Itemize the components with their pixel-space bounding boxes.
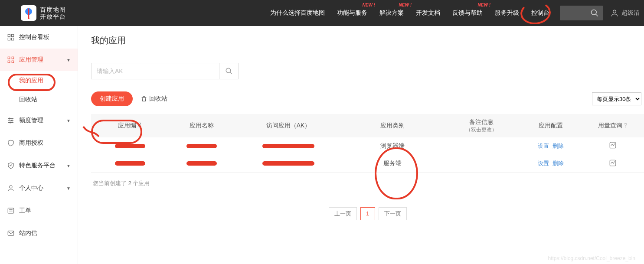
pager-next[interactable]: 下一页 [379, 207, 407, 220]
apps-icon [7, 56, 15, 64]
svg-point-1 [28, 18, 29, 20]
table-row: 服务端设置 删除 [91, 155, 644, 172]
sidebar-item-sliders[interactable]: 额度管理▼ [0, 109, 78, 132]
mail-icon [7, 229, 15, 237]
col-id: 应用编号 [91, 114, 169, 137]
col-ak: 访问应用（AK） [234, 114, 343, 137]
svg-rect-6 [12, 34, 14, 36]
svg-rect-8 [12, 38, 14, 40]
svg-rect-23 [8, 231, 14, 236]
main-content: 我的应用 创建应用 回收站 每页显示30条 应用编号 应用名称 访问 [78, 26, 644, 264]
ak-search-input[interactable] [92, 68, 219, 75]
config-del-link[interactable]: 删除 [552, 160, 564, 166]
svg-rect-7 [8, 38, 10, 40]
sliders-icon [7, 117, 15, 124]
ticket-icon [7, 207, 15, 215]
shield-icon [7, 139, 15, 147]
sidebar-item-badge[interactable]: 特色服务平台▼ [0, 154, 78, 177]
sidebar-item-dashboard[interactable]: 控制台看板 [0, 26, 78, 49]
sidebar: 控制台看板应用管理▼我的应用回收站额度管理▼商用授权特色服务平台▼个人中心▼工单… [0, 26, 78, 264]
sidebar-item-user[interactable]: 个人中心▼ [0, 177, 78, 199]
sidebar-item-ticket[interactable]: 工单 [0, 199, 78, 222]
col-config: 应用配置 [520, 114, 581, 137]
svg-rect-12 [12, 61, 14, 63]
recycle-link[interactable]: 回收站 [141, 95, 167, 103]
nav-item-6[interactable]: 控制台 [525, 0, 556, 26]
page-title: 我的应用 [91, 35, 644, 46]
col-remark: 备注信息 （双击更改） [442, 114, 520, 137]
sidebar-item-label: 站内信 [19, 229, 37, 237]
nav-item-1[interactable]: 功能与服务NEW ! [331, 0, 373, 26]
sidebar-item-label: 额度管理 [19, 117, 43, 124]
chevron-down-icon: ▼ [66, 118, 71, 123]
user-menu[interactable]: 超级沼 [608, 9, 644, 17]
sidebar-item-apps[interactable]: 应用管理▼ [0, 49, 78, 71]
svg-rect-9 [8, 57, 10, 59]
svg-point-19 [10, 186, 12, 188]
ak-search-button[interactable] [219, 63, 238, 79]
svg-rect-10 [12, 57, 14, 59]
dashboard-icon [7, 33, 15, 41]
sidebar-item-label: 控制台看板 [19, 33, 49, 41]
page-size-select[interactable]: 每页显示30条 [592, 92, 641, 105]
top-nav: 为什么选择百度地图功能与服务NEW !解决方案NEW !开发文档反馈与帮助NEW… [264, 0, 556, 26]
top-header: 百度地图 开放平台 为什么选择百度地图功能与服务NEW !解决方案NEW !开发… [0, 0, 644, 26]
summary-text: 您当前创建了 2 个应用 [91, 179, 644, 187]
trash-icon [141, 95, 147, 102]
pagination: 上一页 1 下一页 [91, 207, 644, 220]
sidebar-sub-item[interactable]: 我的应用 [0, 71, 78, 90]
sidebar-sub-item[interactable]: 回收站 [0, 90, 78, 109]
sidebar-item-label: 特色服务平台 [19, 162, 56, 169]
nav-item-2[interactable]: 解决方案NEW ! [373, 0, 410, 26]
user-label: 超级沼 [621, 9, 640, 17]
sidebar-item-label: 商用授权 [19, 139, 43, 147]
nav-item-4[interactable]: 反馈与帮助NEW ! [446, 0, 489, 26]
app-table: 应用编号 应用名称 访问应用（AK） 应用类别 备注信息 （双击更改） 应用配置… [91, 114, 644, 173]
svg-point-2 [592, 10, 597, 15]
ak-search [91, 63, 239, 79]
chevron-down-icon: ▼ [66, 186, 71, 191]
usage-query-icon[interactable] [581, 137, 644, 155]
chevron-down-icon: ▼ [66, 163, 71, 168]
user-icon [610, 9, 619, 17]
svg-rect-20 [8, 208, 14, 213]
config-del-link[interactable]: 删除 [552, 143, 564, 149]
watermark: https://blog.csdn.net/Cool_breeze_bin [548, 255, 635, 261]
nav-item-3[interactable]: 开发文档 [410, 0, 446, 26]
brand-logo[interactable]: 百度地图 开放平台 [21, 5, 66, 21]
brand-text: 百度地图 开放平台 [40, 6, 66, 20]
col-type: 应用类别 [343, 114, 442, 137]
badge-icon [7, 162, 15, 169]
sidebar-item-shield[interactable]: 商用授权 [0, 132, 78, 154]
svg-rect-5 [8, 34, 10, 36]
svg-point-24 [226, 68, 231, 73]
svg-point-4 [613, 10, 616, 13]
pager-prev[interactable]: 上一页 [329, 207, 357, 220]
table-body: 浏览器端设置 删除服务端设置 删除 [91, 137, 644, 172]
nav-item-5[interactable]: 服务升级 [489, 0, 525, 26]
create-app-button[interactable]: 创建应用 [91, 91, 133, 106]
logo-icon [21, 5, 36, 21]
user-icon [7, 184, 15, 192]
cell-type: 浏览器端 [343, 137, 442, 155]
toolbar: 创建应用 回收站 每页显示30条 [91, 91, 644, 106]
table-row: 浏览器端设置 删除 [91, 137, 644, 155]
cell-type: 服务端 [343, 155, 442, 172]
svg-line-3 [596, 14, 598, 16]
svg-rect-11 [8, 61, 10, 63]
col-usage: 用量查询 ? [581, 114, 644, 137]
config-set-link[interactable]: 设置 [538, 160, 549, 166]
usage-query-icon[interactable] [581, 155, 644, 172]
header-search[interactable] [560, 6, 603, 20]
pager-current[interactable]: 1 [360, 207, 375, 220]
sidebar-item-label: 个人中心 [19, 184, 43, 192]
nav-item-0[interactable]: 为什么选择百度地图 [264, 0, 331, 26]
table-header: 应用编号 应用名称 访问应用（AK） 应用类别 备注信息 （双击更改） 应用配置… [91, 114, 644, 137]
config-set-link[interactable]: 设置 [538, 143, 549, 149]
sidebar-item-label: 应用管理 [19, 56, 43, 64]
sidebar-item-mail[interactable]: 站内信 [0, 222, 78, 244]
search-icon [590, 9, 599, 17]
search-icon [225, 67, 233, 75]
sidebar-item-label: 工单 [19, 207, 31, 215]
col-name: 应用名称 [169, 114, 234, 137]
